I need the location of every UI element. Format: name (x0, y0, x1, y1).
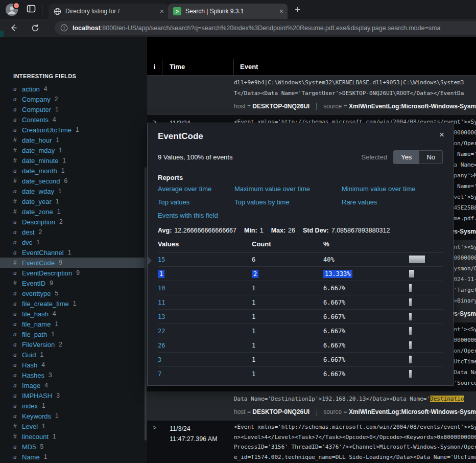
back-icon[interactable] (9, 24, 18, 32)
value-link[interactable]: 26 (158, 342, 165, 349)
close-icon[interactable]: × (439, 130, 444, 140)
sidebar-field-Company[interactable]: aCompany2 (0, 94, 147, 104)
profile-avatar[interactable] (6, 4, 18, 16)
tab-close-icon[interactable]: × (160, 8, 164, 15)
sidebar-field-EventDescription[interactable]: aEventDescription9 (0, 268, 147, 278)
event-row[interactable]: dll+9e9b4|C:\Windows\System32\KERNELBASE… (147, 76, 476, 115)
value-link[interactable]: 13 (158, 313, 165, 320)
value-link[interactable]: 22 (158, 328, 165, 335)
selected-field-caret (147, 256, 152, 266)
tab-directory-listing[interactable]: Directory listing for / × (49, 4, 168, 19)
field-count: 5 (55, 290, 58, 297)
source-value[interactable]: XmlWinEventLog:Microsoft-Windows-Sysmon/… (349, 408, 476, 415)
report-link-average-over-time[interactable]: Average over time (158, 185, 211, 193)
value-link[interactable]: 3 (158, 356, 161, 363)
sidebar-field-file_hash[interactable]: afile_hash4 (0, 309, 147, 319)
sidebar-field-eventtype[interactable]: aeventtype5 (0, 288, 147, 298)
sidebar-field-file_name[interactable]: afile_name1 (0, 319, 147, 329)
sidebar-field-Hashes[interactable]: aHashes3 (0, 370, 147, 380)
sidebar-field-date_zone[interactable]: #date_zone1 (0, 206, 147, 217)
host-value[interactable]: DESKTOP-0NQ26UI (252, 103, 310, 110)
report-link-events-with-this-field[interactable]: Events with this field (158, 212, 218, 219)
sidebar-field-Image[interactable]: aImage4 (0, 380, 147, 390)
sidebar-field-dvc[interactable]: advc1 (0, 237, 147, 247)
host-value[interactable]: DESKTOP-0NQ26UI (252, 408, 310, 415)
sidebar-field-Guid[interactable]: aGuid1 (0, 350, 147, 360)
report-link-top-values-by-time[interactable]: Top values by time (234, 198, 290, 206)
value-row: 1016.667% (158, 281, 443, 295)
field-count: 3 (56, 392, 60, 399)
site-info-icon[interactable] (60, 24, 68, 32)
sidebar-field-IMPHASH[interactable]: aIMPHASH3 (0, 390, 147, 401)
percent-value: 6.667% (323, 342, 345, 349)
sidebar-field-file_path[interactable]: afile_path1 (0, 329, 147, 339)
source-value[interactable]: XmlWinEventLog:Microsoft-Windows-Sysmon/… (349, 103, 476, 110)
report-link-maximum-value-over-time[interactable]: Maximum value over time (234, 185, 310, 193)
field-name: Computer (22, 106, 51, 113)
field-count: 4 (44, 382, 48, 389)
field-type-icon: # (13, 433, 22, 440)
report-link-top-values[interactable]: Top values (158, 198, 189, 206)
url-omnibox[interactable]: localhost:8000/en-US/app/search/search?q… (55, 21, 476, 35)
value-link[interactable]: 7 (158, 371, 161, 378)
event-row[interactable]: >11/3/2411:47:27.396 AM<Event xmlns='htt… (147, 421, 476, 463)
field-count: 1 (73, 300, 77, 307)
sidebar-field-Description[interactable]: aDescription2 (0, 217, 147, 227)
sidebar-field-Computer[interactable]: aComputer1 (0, 104, 147, 114)
sidebar-field-EventCode[interactable]: #EventCode9 (0, 258, 147, 268)
expand-chevron-icon[interactable] (147, 77, 162, 111)
percent-bar (409, 327, 412, 335)
expand-chevron-icon[interactable] (147, 393, 162, 417)
count-value: 1 (252, 328, 255, 335)
sidebar-field-date_year[interactable]: #date_year1 (0, 196, 147, 206)
event-row[interactable]: Data Name='DestinationIp'>192.168.20.13<… (147, 392, 476, 421)
sidebar-field-EventChannel[interactable]: aEventChannel1 (0, 247, 147, 258)
sidebar-field-linecount[interactable]: #linecount1 (0, 431, 147, 442)
field-count: 6 (64, 177, 67, 184)
sidebar-field-MD5[interactable]: aMD55 (0, 442, 147, 452)
sidebar-field-date_month[interactable]: adate_month1 (0, 166, 147, 176)
sidebar-field-date_mday[interactable]: #date_mday1 (0, 145, 147, 155)
sidebar-field-action[interactable]: aaction4 (0, 84, 147, 94)
field-name: EventChannel (22, 249, 64, 257)
report-link-minimum-value-over-time[interactable]: Minimum value over time (342, 185, 416, 193)
event-text-segment: dll+9e9b4|C:\Windows\System32\KERNELBASE… (234, 79, 464, 86)
sidebar-field-date_second[interactable]: #date_second6 (0, 176, 147, 186)
sidebar-field-Keywords[interactable]: aKeywords1 (0, 411, 147, 421)
sidebar-field-file_create_time[interactable]: afile_create_time1 (0, 298, 147, 309)
field-name: Name (22, 453, 40, 461)
value-link[interactable]: 15 (158, 256, 165, 263)
value-link[interactable]: 1 (158, 270, 164, 278)
event-line: ProcessID='3156' ThreadID='4376'/><Chann… (234, 442, 476, 452)
expand-chevron-icon[interactable]: > (147, 422, 162, 463)
field-count: 2 (55, 96, 58, 103)
sidebar-scrollbar[interactable] (145, 167, 147, 441)
value-link[interactable]: 11 (158, 299, 165, 306)
meta-divider (316, 103, 317, 110)
selected-no-button[interactable]: No (419, 150, 443, 164)
field-type-icon: a (13, 361, 22, 369)
sidebar-field-date_wday[interactable]: adate_wday1 (0, 186, 147, 196)
reload-icon[interactable] (31, 24, 39, 32)
sidebar-field-index[interactable]: aindex1 (0, 401, 147, 411)
field-name: Image (22, 382, 40, 389)
sidebar-field-date_minute[interactable]: #date_minute1 (0, 155, 147, 166)
field-name: CreationUtcTime (22, 126, 72, 134)
sidebar-field-date_hour[interactable]: #date_hour1 (0, 135, 147, 145)
new-tab-button[interactable]: + (295, 4, 300, 15)
selected-yes-button[interactable]: Yes (393, 150, 419, 164)
report-link-rare-values[interactable]: Rare values (342, 198, 377, 206)
sidebar-field-EventID[interactable]: #EventID9 (0, 278, 147, 288)
tab-close-icon[interactable]: × (279, 8, 283, 15)
sidebar-field-Level[interactable]: #Level1 (0, 421, 147, 431)
sidebar-field-Name[interactable]: aName1 (0, 452, 147, 462)
tab-splunk-search[interactable]: > Search | Splunk 9.3.1 × (168, 4, 288, 19)
sidebar-field-CreationUtcTime[interactable]: aCreationUtcTime1 (0, 125, 147, 135)
sidebar-field-Hash[interactable]: aHash4 (0, 360, 147, 370)
reports-heading: Reports (158, 174, 443, 181)
sidebar-field-dest[interactable]: adest2 (0, 227, 147, 237)
sidebar-field-FileVersion[interactable]: aFileVersion2 (0, 339, 147, 350)
sidebar-field-Contents[interactable]: aContents4 (0, 114, 147, 125)
workspaces-icon[interactable] (27, 4, 36, 15)
value-link[interactable]: 10 (158, 285, 165, 292)
